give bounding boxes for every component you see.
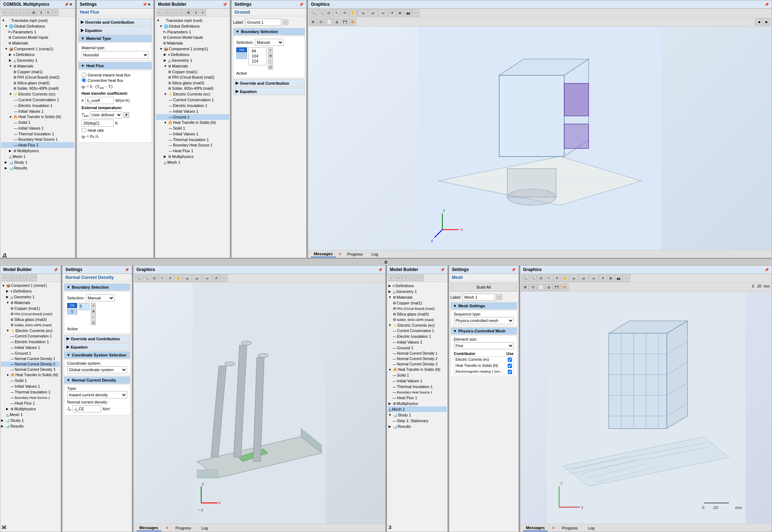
- bot2-sol1[interactable]: —Solid 1: [388, 372, 447, 378]
- pan-btn[interactable]: ✋: [349, 9, 356, 17]
- back-btn[interactable]: ←: [2, 9, 8, 16]
- bot-tree-comp1[interactable]: ▼📦Component 1 (comp1): [1, 283, 60, 288]
- bot2-progress-tab[interactable]: Progress: [559, 525, 581, 531]
- bot-gfx2-b3[interactable]: 📄: [538, 284, 545, 291]
- heat-flux-radio1[interactable]: General inward heat flux: [82, 73, 149, 77]
- contrib-1-checkbox[interactable]: [508, 358, 512, 362]
- bot-mb-pin[interactable]: 📌: [54, 268, 58, 272]
- gfx2-btn2[interactable]: ⊡: [317, 18, 325, 25]
- override-section[interactable]: ▶ Override and Contribution: [78, 18, 152, 26]
- bot2-copper[interactable]: ⚙Copper (mat1): [388, 300, 447, 306]
- bot-gfx2-more[interactable]: ⋯: [623, 275, 630, 282]
- forward-btn[interactable]: →: [9, 9, 15, 16]
- bot-tree-sol1[interactable]: —Solid 1: [1, 378, 60, 383]
- tree-item-thermal-ins[interactable]: — Thermal Insulation 1: [1, 131, 74, 137]
- contrib-2-checkbox[interactable]: [508, 364, 512, 368]
- on-button[interactable]: ON: [236, 47, 247, 52]
- heat-rate-radio-input[interactable]: [82, 128, 86, 132]
- gfx-more-btn[interactable]: ⋯: [412, 9, 419, 17]
- mb2-forward-btn[interactable]: →: [164, 9, 170, 16]
- ncd-type-select[interactable]: Inward current density: [67, 391, 127, 398]
- bot-ncd-section[interactable]: ▼ Normal Current Density: [64, 377, 130, 384]
- bot-gfx-pan[interactable]: ✋: [175, 275, 182, 282]
- bot-tree-cc1[interactable]: —Current Conservation 1: [1, 333, 60, 339]
- bot-gfx2-view[interactable]: y z -20 mm 0: [520, 292, 772, 524]
- mb2-back-btn[interactable]: ←: [157, 9, 163, 16]
- bot2-ncd2[interactable]: —Normal Current Density 2: [388, 356, 447, 361]
- bot-gfx2-xy[interactable]: xy: [569, 275, 578, 282]
- bot2-ec[interactable]: ▼⚡Electric Currents (ec): [388, 322, 447, 328]
- tree-item-root[interactable]: ▼ 📄 Transistor.mph (root): [1, 18, 74, 23]
- bot-gfx-extent[interactable]: ⊡: [151, 275, 158, 282]
- ext-temp-unit-btn[interactable]: ▼: [124, 112, 129, 118]
- mb2-silica[interactable]: ⚙Silica glass (mat3): [156, 80, 229, 86]
- ext-temp-select[interactable]: User defined: [90, 111, 122, 118]
- heat-rate-radio[interactable]: Heat rate: [82, 128, 149, 132]
- bot-gfx-view[interactable]: x y →z: [134, 283, 385, 524]
- mb2-ei1[interactable]: —Electric Insulation 1: [156, 103, 229, 108]
- select-btn[interactable]: ↖: [333, 9, 340, 17]
- seq-type-select[interactable]: Physics-controlled mesh: [454, 317, 514, 324]
- bot-tree-results[interactable]: ▶📊Results: [1, 423, 60, 429]
- bot-progress-tab[interactable]: Progress: [173, 525, 194, 531]
- mb2-solid1[interactable]: —Solid 1: [156, 125, 229, 131]
- elem-size-select[interactable]: Fine: [454, 342, 514, 349]
- pin-icon[interactable]: 📌: [64, 3, 69, 6]
- tree-item-global-defs[interactable]: ▼ 🌐 Global Definitions: [1, 23, 74, 29]
- bot-gfx2-rot[interactable]: ↺: [553, 275, 561, 282]
- bot-tree-bhs1[interactable]: —Boundary Heat Source 1: [1, 395, 60, 400]
- wireframe-btn[interactable]: ⊞: [396, 9, 404, 17]
- gfx2-btn7[interactable]: ◀: [755, 18, 762, 25]
- bot-gfx-zoom-out[interactable]: 🔍: [143, 275, 150, 282]
- gfx2-btn5[interactable]: 💾: [341, 18, 348, 25]
- bot2-study1[interactable]: ▼📊Study 1: [388, 412, 447, 418]
- bot-override-section[interactable]: ▶ Override and Contribution: [64, 335, 130, 342]
- equation-section2[interactable]: ▶ Equation: [233, 88, 305, 95]
- bot-tree-geom[interactable]: ▶△Geometry 1: [1, 294, 60, 300]
- bot-gfx-rot[interactable]: ↺: [167, 275, 174, 282]
- bot-mb-fwd[interactable]: →: [9, 275, 15, 281]
- bot-tree-defs[interactable]: ▶≡Definitions: [1, 288, 60, 294]
- heat-flux-section[interactable]: ▼ Heat Flux: [78, 62, 152, 69]
- tree-item-fr4[interactable]: ⚙ FR4 (Circuit Board) (mat2): [1, 75, 74, 80]
- reset-view-btn[interactable]: ↺: [389, 9, 396, 17]
- ground-label-btn[interactable]: □: [283, 19, 288, 25]
- bot-tree-ncd3[interactable]: —Normal Current Density 3: [1, 367, 60, 372]
- bot-gfx2-extent[interactable]: ⊡: [538, 275, 545, 282]
- bot-gfx2-b5[interactable]: 💾: [553, 284, 561, 291]
- heat-flux-radio2[interactable]: Convective heat flux: [82, 78, 149, 83]
- yz-btn[interactable]: yz: [368, 9, 378, 17]
- bot-tree-silica[interactable]: ⚙Silica glass (mat3): [1, 317, 60, 322]
- bot-equation-section[interactable]: ▶ Equation: [64, 343, 130, 351]
- bot-mb-more[interactable]: ⋯: [31, 275, 37, 281]
- bot-gfx2-b2[interactable]: ⊡: [530, 284, 537, 291]
- mb2-iv2[interactable]: —Initial Values 1: [156, 131, 229, 137]
- bot-mb-back[interactable]: ←: [2, 275, 8, 281]
- mb2-down-btn[interactable]: ↓: [178, 9, 185, 16]
- bot-tree-hf1[interactable]: —Heat Flux 1: [1, 400, 60, 406]
- bot-gfx2-zoom-out[interactable]: 🔍: [530, 275, 537, 282]
- bot2-multiphys[interactable]: ▶⚙Multiphysics: [388, 401, 447, 406]
- bot-remove-btn[interactable]: −: [91, 314, 96, 319]
- bot-tree-solder[interactable]: ⚙Solder, 60Sn-40Pb (mat4): [1, 322, 60, 328]
- mb2-info-btn[interactable]: ℹ: [192, 9, 199, 16]
- zoom-out-btn[interactable]: 🔍: [317, 9, 325, 17]
- bot2-hf1[interactable]: —Heat Flux 1: [388, 395, 447, 401]
- bot2-ht[interactable]: ▼🔥Heat Transfer in Solids (ht): [388, 367, 447, 372]
- convective-heat-flux-radio[interactable]: [82, 78, 86, 83]
- mb2-solder[interactable]: ⚙Solder, 60Sn-40Pb (mat4): [156, 86, 229, 91]
- boundary-84[interactable]: 84: [250, 48, 265, 53]
- bot-boundary-list[interactable]: 5: [79, 303, 89, 310]
- bot2-iv1[interactable]: —Initial Values 1: [388, 339, 447, 345]
- zoom-extent-btn[interactable]: ⊡: [325, 9, 332, 17]
- bot-gfx-more[interactable]: ⋯: [220, 275, 228, 282]
- bot-gfx2-sel[interactable]: ↖: [545, 275, 553, 282]
- tree-item-study[interactable]: ▶ 📊 Study 1: [1, 159, 74, 165]
- tree-item-bhs[interactable]: — Boundary Heat Source 1: [1, 137, 74, 142]
- bot-on-button[interactable]: ON: [67, 303, 77, 308]
- mesh-label-btn[interactable]: □: [496, 294, 502, 300]
- bot-gfx2-reset[interactable]: ↺: [599, 275, 606, 282]
- gfx2-btn3[interactable]: 📄: [325, 18, 332, 25]
- more-btn[interactable]: ⋯: [52, 9, 59, 16]
- mb2-params[interactable]: P₁Parameters 1: [156, 29, 229, 35]
